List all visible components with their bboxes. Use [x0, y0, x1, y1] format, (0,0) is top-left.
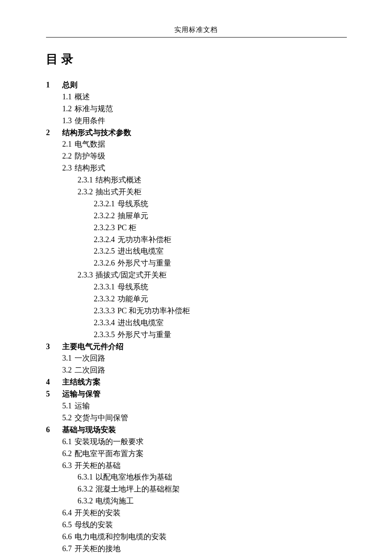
toc-number: 6.5: [62, 519, 72, 531]
toc-entry: 2.3.3.2功能单元: [94, 293, 346, 305]
toc-entry: 2.3.3.5外形尺寸与重量: [94, 329, 346, 341]
toc-number: 6.1: [62, 436, 72, 448]
toc-entry: 2.3.3.4进出线电缆室: [94, 317, 346, 329]
toc-entry: 1总则: [46, 79, 346, 91]
toc-number: 2.3.2.6: [94, 257, 115, 269]
toc-text: 外形尺寸与重量: [118, 330, 171, 339]
toc-title: 目录: [46, 51, 346, 67]
toc-entry: 2.3.1结构形式概述: [78, 174, 346, 186]
toc-text: 进出线电缆室: [118, 318, 164, 327]
toc-text: 主要电气元件介绍: [62, 342, 124, 351]
toc-entry: 2结构形式与技术参数: [46, 127, 346, 139]
toc-entry: 2.3.2.3PC 柜: [94, 222, 346, 234]
toc-number: 6.7: [62, 543, 72, 555]
toc-entry: 6.3开关柜的基础: [62, 460, 346, 472]
toc-text: 抽出式开关柜: [95, 188, 141, 196]
toc-text: 开关柜的基础: [75, 461, 121, 470]
toc-text: 安装现场的一般要求: [75, 437, 144, 446]
toc-text: 母线系统: [118, 199, 148, 208]
toc-text: 基础与现场安装: [62, 425, 116, 434]
toc-text: 总则: [62, 81, 78, 89]
toc-number: 1.3: [62, 115, 72, 127]
toc-number: 3: [46, 341, 58, 353]
toc-text: PC 柜: [118, 223, 137, 232]
toc-entry: 5.1运输: [62, 400, 346, 412]
toc-entry: 3主要电气元件介绍: [46, 341, 346, 353]
toc-number: 2.1: [62, 139, 72, 150]
toc-text: 抽屉单元: [118, 211, 148, 220]
toc-text: 标准与规范: [75, 104, 113, 113]
toc-entry: 6基础与现场安装: [46, 424, 346, 436]
toc-number: 2.3.2.4: [94, 234, 115, 246]
toc-text: 电气数据: [75, 140, 105, 148]
toc-entry: 2.2防护等级: [62, 150, 346, 162]
toc-entry: 1.2标准与规范: [62, 103, 346, 115]
toc-entry: 6.1安装现场的一般要求: [62, 436, 346, 448]
toc-number: 5.1: [62, 400, 72, 412]
toc-number: 6.3.2: [78, 483, 93, 495]
toc-entry: 1.3使用条件: [62, 115, 346, 127]
toc-number: 1.1: [62, 91, 72, 103]
toc-number: 2.3.3: [78, 269, 93, 281]
toc-number: 2.3.3.3: [94, 305, 115, 317]
toc-number: 3.1: [62, 353, 72, 364]
toc-entry: 6.6电力电缆和控制电缆的安装: [62, 531, 346, 543]
toc-entry: 1.1概述: [62, 91, 346, 103]
toc-text: 运输与保管: [62, 390, 101, 398]
toc-entry: 6.5母线的安装: [62, 519, 346, 531]
toc-entry: 2.3.3插拔式/固定式开关柜: [78, 269, 346, 281]
toc-entry: 6.3.1以配电室地板作为基础: [78, 471, 346, 483]
toc-text: 概述: [75, 92, 90, 101]
toc-entry: 6.4开关柜的安装: [62, 507, 346, 519]
toc-text: 无功功率补偿柜: [118, 235, 171, 244]
toc-number: 2.3.2: [78, 186, 93, 198]
toc-entry: 2.3.3.3PC 和无功功率补偿柜: [94, 305, 346, 317]
toc-number: 1.2: [62, 103, 72, 115]
toc-text: 结构形式与技术参数: [62, 128, 131, 137]
toc-entry: 4主结线方案: [46, 376, 346, 388]
toc-entry: 6.2配电室平面布置方案: [62, 448, 346, 460]
toc-text: 开关柜的安装: [75, 509, 121, 517]
toc-text: 一次回路: [75, 354, 105, 362]
toc-text: 电力电缆和控制电缆的安装: [75, 532, 167, 541]
toc-entry: 2.3.2.2抽屉单元: [94, 210, 346, 222]
toc-number: 2: [46, 127, 58, 139]
page-header: 实用标准文档: [0, 26, 392, 37]
toc-number: 2.3.3.4: [94, 317, 115, 329]
toc-number: 2.3.1: [78, 174, 93, 186]
toc-text: 电缆沟施工: [95, 497, 134, 505]
toc-entry: 2.1电气数据: [62, 139, 346, 150]
toc-number: 2.3.2.5: [94, 246, 115, 257]
toc-number: 2.3.3.5: [94, 329, 115, 341]
toc-number: 2.3.2.1: [94, 198, 115, 210]
toc-text: 以配电室地板作为基础: [95, 473, 172, 481]
toc-text: 结构形式: [75, 164, 105, 172]
toc-number: 6.3.2: [78, 495, 93, 507]
toc-text: 母线系统: [118, 283, 148, 291]
toc-number: 6.3.1: [78, 471, 93, 483]
toc-entry: 6.3.2电缆沟施工: [78, 495, 346, 507]
toc-text: 外形尺寸与重量: [118, 259, 171, 267]
toc-text: 混凝土地坪上的基础框架: [95, 485, 180, 493]
content-area: 目录 1总则1.1概述1.2标准与规范1.3使用条件2结构形式与技术参数2.1电…: [0, 38, 392, 555]
toc-entry: 2.3结构形式: [62, 162, 346, 174]
toc-text: 主结线方案: [62, 378, 101, 386]
toc-entry: 6.3.2混凝土地坪上的基础框架: [78, 483, 346, 495]
toc-entry: 5运输与保管: [46, 388, 346, 400]
toc-number: 4: [46, 376, 58, 388]
toc-entry: 3.2二次回路: [62, 364, 346, 376]
toc-text: 交货与中间保管: [75, 413, 128, 422]
toc-entry: 5.2交货与中间保管: [62, 412, 346, 424]
toc-number: 2.3.3.1: [94, 281, 115, 293]
toc-text: 运输: [75, 402, 90, 410]
toc-number: 6.4: [62, 507, 72, 519]
toc-number: 6.2: [62, 448, 72, 460]
toc-entry: 6.7开关柜的接地: [62, 543, 346, 555]
toc-entry: 2.3.2.1母线系统: [94, 198, 346, 210]
toc-number: 2.3.2.2: [94, 210, 115, 222]
toc-entry: 2.3.2.4无功功率补偿柜: [94, 234, 346, 246]
toc-number: 1: [46, 79, 58, 91]
toc-text: 进出线电缆室: [118, 247, 164, 255]
toc-text: 防护等级: [75, 152, 105, 160]
toc-number: 2.3.2.3: [94, 222, 115, 234]
